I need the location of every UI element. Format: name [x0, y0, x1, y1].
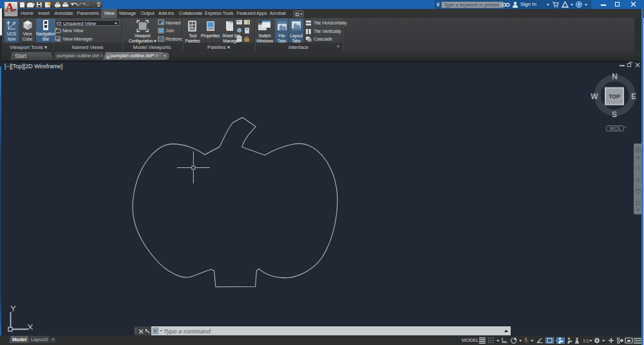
- svg-text:?: ?: [578, 3, 580, 7]
- svg-text:1:1: 1:1: [583, 338, 589, 342]
